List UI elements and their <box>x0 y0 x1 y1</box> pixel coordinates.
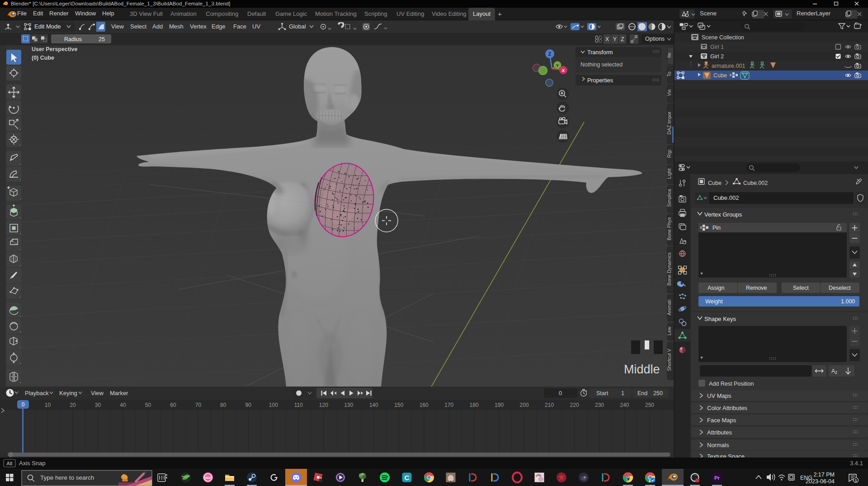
svg-text:Girl 1: Girl 1 <box>710 44 724 50</box>
svg-text:1: 1 <box>621 390 624 396</box>
svg-text:Attributes: Attributes <box>707 429 732 436</box>
svg-text:240: 240 <box>620 402 629 408</box>
svg-text:User Perspective: User Perspective <box>32 46 78 52</box>
svg-text:Pr: Pr <box>714 475 720 481</box>
svg-text:Nothing selected: Nothing selected <box>580 61 623 68</box>
svg-text:Lew: Lew <box>666 326 672 335</box>
svg-text:10: 10 <box>45 402 51 408</box>
svg-text:Marker: Marker <box>110 390 128 396</box>
svg-text:Middle: Middle <box>624 363 660 376</box>
svg-text:70: 70 <box>195 402 202 408</box>
svg-text:Shortcut V: Shortcut V <box>666 349 672 371</box>
svg-text:220: 220 <box>570 402 579 408</box>
svg-text:To: To <box>666 71 672 76</box>
svg-text:130: 130 <box>344 402 353 408</box>
svg-text:X: X <box>605 36 609 42</box>
svg-text:Cube: Cube <box>713 72 727 79</box>
svg-text:Y: Y <box>613 36 617 42</box>
svg-text:Assign: Assign <box>708 285 725 291</box>
svg-text:Playback: Playback <box>25 390 49 396</box>
svg-text:Start: Start <box>596 390 609 396</box>
svg-text:Keying: Keying <box>59 390 77 396</box>
svg-text:50: 50 <box>145 402 151 408</box>
svg-text:Axis Snap: Axis Snap <box>19 460 46 467</box>
svg-text:Z: Z <box>621 36 624 42</box>
svg-text:Vertex Groups: Vertex Groups <box>704 211 742 218</box>
svg-text:2023-06-04: 2023-06-04 <box>806 478 835 485</box>
svg-text:170: 170 <box>444 402 453 408</box>
svg-text:100: 100 <box>269 402 278 408</box>
svg-text:Add Rest Position: Add Rest Position <box>709 381 754 387</box>
svg-text:3.4.1: 3.4.1 <box>850 460 863 467</box>
svg-text:Normals: Normals <box>707 442 729 448</box>
svg-text:UV Maps: UV Maps <box>707 392 731 399</box>
svg-text:Rigi: Rigi <box>666 150 672 158</box>
svg-text:C: C <box>405 474 410 481</box>
svg-text:200: 200 <box>520 402 529 408</box>
svg-text:DAZ Impor: DAZ Impor <box>666 111 672 134</box>
svg-text:250: 250 <box>653 390 663 396</box>
svg-text:Select: Select <box>793 285 809 291</box>
svg-text:150: 150 <box>394 402 403 408</box>
svg-text:20: 20 <box>70 402 76 408</box>
svg-text:Cube: Cube <box>708 180 722 186</box>
svg-text:90: 90 <box>245 402 252 408</box>
svg-text:230: 230 <box>595 402 604 408</box>
svg-text:Light: Light <box>666 169 672 179</box>
svg-text:210: 210 <box>545 402 554 408</box>
svg-text:Texture Space: Texture Space <box>707 453 745 458</box>
svg-text:Remove: Remove <box>746 285 767 291</box>
svg-text:z: z <box>835 370 837 375</box>
svg-text:140: 140 <box>369 402 378 408</box>
svg-text:Type here to search: Type here to search <box>40 474 94 481</box>
svg-text:Alt: Alt <box>7 461 13 466</box>
svg-text:40: 40 <box>120 402 126 408</box>
svg-text:80: 80 <box>220 402 226 408</box>
svg-text:View: View <box>91 390 104 396</box>
svg-text:Deselect: Deselect <box>829 285 851 291</box>
svg-text:30: 30 <box>95 402 101 408</box>
svg-text:0: 0 <box>559 390 562 396</box>
svg-text:120: 120 <box>319 402 328 408</box>
svg-text:Ite: Ite <box>666 52 672 58</box>
svg-text:Scene Collection: Scene Collection <box>702 34 744 41</box>
svg-text:180: 180 <box>470 402 479 408</box>
svg-text:Bone Dynamics: Bone Dynamics <box>666 252 672 286</box>
svg-text:250: 250 <box>645 402 654 408</box>
svg-text:60: 60 <box>170 402 176 408</box>
svg-text:2:17 PM: 2:17 PM <box>813 472 835 478</box>
svg-text:Girl 2: Girl 2 <box>710 53 724 60</box>
svg-text:5: 5 <box>855 478 857 483</box>
svg-text:Bone Phys: Bone Phys <box>666 217 672 241</box>
svg-text:Shape Keys: Shape Keys <box>704 316 736 322</box>
svg-text:armature.001: armature.001 <box>712 63 745 69</box>
svg-text:Cube.002: Cube.002 <box>713 194 739 201</box>
svg-text:Weight: Weight <box>705 298 723 305</box>
svg-text:Vie: Vie <box>666 89 672 96</box>
svg-text:Pin: Pin <box>712 225 721 231</box>
svg-text:X: X <box>562 68 565 73</box>
svg-text:End: End <box>637 390 647 396</box>
svg-text:Transform: Transform <box>587 49 613 56</box>
svg-text:Cube.002: Cube.002 <box>743 180 768 186</box>
svg-text:A: A <box>831 368 835 374</box>
svg-text:(0) Cube: (0) Cube <box>32 55 54 61</box>
svg-text:Y: Y <box>556 63 559 68</box>
svg-text:osu!: osu! <box>205 476 211 479</box>
svg-text:110: 110 <box>294 402 303 408</box>
svg-text:Face Maps: Face Maps <box>707 417 736 424</box>
svg-text:Simplica: Simplica <box>666 189 672 207</box>
svg-text:160: 160 <box>420 402 429 408</box>
svg-text:Properties: Properties <box>587 77 613 84</box>
svg-text:Z: Z <box>548 52 551 57</box>
svg-text:Animati: Animati <box>666 299 672 315</box>
svg-text:0: 0 <box>22 401 25 408</box>
svg-text:1.000: 1.000 <box>841 298 855 305</box>
svg-text:Color Attributes: Color Attributes <box>707 405 747 411</box>
svg-text:190: 190 <box>495 402 504 408</box>
